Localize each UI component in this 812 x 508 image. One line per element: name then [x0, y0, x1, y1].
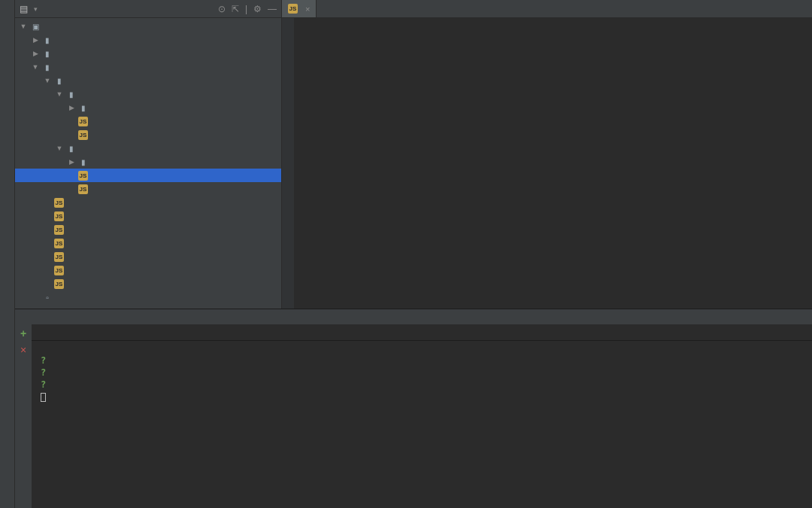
tree-file-post-test[interactable]: JS: [15, 128, 281, 141]
new-session-icon[interactable]: +: [20, 327, 26, 339]
expand-arrow-icon[interactable]: ▶: [68, 158, 75, 166]
tree-file-post-js[interactable]: JS: [15, 114, 281, 128]
tool-window-npm[interactable]: [6, 102, 9, 114]
expand-arrow-icon[interactable]: ▼: [20, 23, 27, 30]
tree-file-app-test[interactable]: JS: [15, 223, 281, 236]
editor-pane: JS ×: [282, 0, 812, 309]
js-file-icon: JS: [54, 266, 64, 275]
folder-icon: ▮: [42, 62, 53, 72]
tree-file-app-css[interactable]: JS: [15, 196, 281, 209]
expand-arrow-icon[interactable]: ▼: [56, 90, 63, 98]
terminal-tabs: [32, 324, 812, 341]
expand-arrow-icon[interactable]: ▼: [32, 63, 39, 71]
folder-icon: ▮: [42, 35, 53, 45]
tree-post-folder[interactable]: ▼ ▮: [15, 87, 281, 101]
terminal-pane: + × ? ? ?: [15, 309, 812, 508]
js-file-icon: JS: [54, 198, 64, 208]
folder-icon: ▮: [66, 143, 77, 154]
close-session-icon[interactable]: ×: [20, 344, 26, 356]
tree-node-modules[interactable]: ▶ ▮: [15, 33, 281, 47]
code-editor[interactable]: [282, 18, 812, 309]
project-view-icon: ▤: [20, 4, 28, 14]
expand-arrow-icon[interactable]: ▼: [44, 77, 51, 84]
code-content[interactable]: [294, 18, 300, 309]
tree-snapshots[interactable]: ▶ ▮: [15, 155, 281, 169]
tool-window-bar-left: [0, 0, 15, 508]
tree-src[interactable]: ▼ ▮: [15, 60, 281, 74]
js-file-icon: JS: [288, 4, 298, 14]
folder-icon: ▣: [30, 21, 41, 32]
project-pane-header: ▤ ▾ ⊙ ⇱ | ⚙ —: [15, 0, 281, 18]
editor-tab-bar: JS ×: [282, 0, 812, 18]
folder-icon: ▮: [42, 48, 53, 59]
project-pane: ▤ ▾ ⊙ ⇱ | ⚙ — ▼ ▣: [15, 0, 282, 309]
chevron-down-icon[interactable]: ▾: [34, 5, 38, 13]
tree-file-app-js[interactable]: JS: [15, 209, 281, 223]
js-file-icon: JS: [54, 279, 64, 289]
tree-file-register-sw[interactable]: JS: [15, 277, 281, 291]
expand-arrow-icon[interactable]: ▶: [32, 36, 39, 44]
js-file-icon: JS: [54, 252, 64, 262]
js-file-icon: JS: [78, 117, 88, 126]
tree-snapshots[interactable]: ▶ ▮: [15, 101, 281, 114]
tool-window-project[interactable]: [6, 3, 9, 15]
editor-tab-posts-js[interactable]: JS ×: [282, 0, 317, 17]
terminal-output[interactable]: ? ? ?: [32, 341, 812, 508]
expand-arrow-icon[interactable]: ▶: [32, 50, 39, 57]
target-icon[interactable]: ⊙: [218, 4, 226, 14]
hide-icon[interactable]: —: [268, 4, 277, 14]
js-file-icon: JS: [54, 225, 64, 235]
js-file-icon: JS: [54, 211, 64, 221]
terminal-header[interactable]: [15, 309, 812, 324]
close-tab-icon[interactable]: ×: [305, 5, 310, 14]
collapse-icon[interactable]: ⇱: [232, 4, 239, 14]
tree-file-posts-js[interactable]: JS: [15, 169, 281, 182]
folder-icon: ▮: [66, 89, 77, 99]
js-file-icon: JS: [78, 171, 88, 181]
tree-file-index-css[interactable]: JS: [15, 236, 281, 250]
folder-icon: ▮: [78, 102, 89, 113]
project-tree[interactable]: ▼ ▣ ▶ ▮ ▶ ▮ ▼ ▮: [15, 18, 281, 309]
divider: |: [245, 4, 247, 14]
tree-file-index-js[interactable]: JS: [15, 250, 281, 263]
js-file-icon: JS: [78, 184, 88, 194]
terminal-sidebar: + ×: [15, 324, 32, 508]
terminal-cursor: [41, 393, 46, 402]
tree-root[interactable]: ▼ ▣: [15, 20, 281, 33]
tool-window-favorites[interactable]: [6, 53, 9, 65]
folder-icon: ▮: [54, 75, 65, 86]
folder-icon: ▮: [78, 157, 89, 167]
expand-arrow-icon[interactable]: ▼: [56, 144, 63, 152]
tree-file-gitignore[interactable]: ▫: [15, 291, 281, 304]
tree-posts-folder[interactable]: ▼ ▮: [15, 141, 281, 155]
tool-window-structure[interactable]: [6, 152, 9, 164]
expand-arrow-icon[interactable]: ▶: [68, 104, 75, 111]
tree-file-posts-test[interactable]: JS: [15, 182, 281, 196]
file-icon: ▫: [42, 292, 53, 303]
js-file-icon: JS: [54, 239, 64, 248]
tree-components[interactable]: ▼ ▮: [15, 74, 281, 87]
gear-icon[interactable]: ⚙: [253, 4, 262, 14]
line-number-gutter: [282, 18, 294, 309]
tree-public[interactable]: ▶ ▮: [15, 47, 281, 60]
js-file-icon: JS: [78, 130, 88, 140]
tree-file-logo-svg[interactable]: JS: [15, 263, 281, 277]
